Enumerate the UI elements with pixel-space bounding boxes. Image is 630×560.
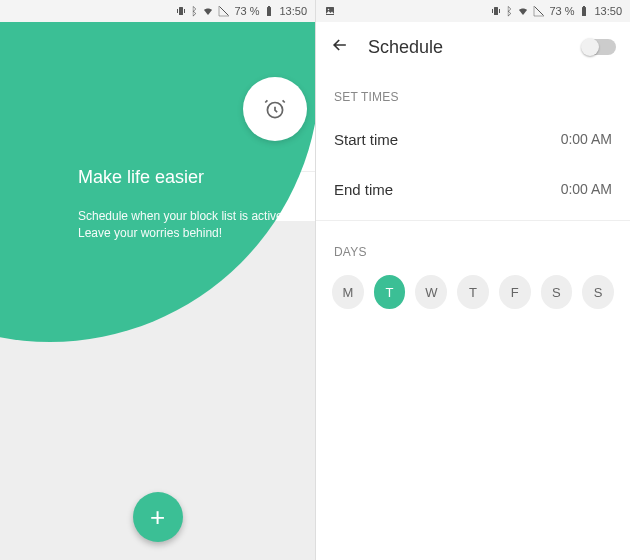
- svg-rect-15: [499, 9, 500, 13]
- day-tue[interactable]: T: [374, 275, 406, 309]
- back-button[interactable]: [330, 35, 350, 59]
- image-icon: [324, 5, 336, 17]
- start-time-row[interactable]: Start time 0:00 AM: [316, 114, 630, 164]
- plus-icon: +: [150, 502, 165, 533]
- page-title: Schedule: [368, 37, 443, 58]
- end-time-row[interactable]: End time 0:00 AM: [316, 164, 630, 214]
- add-button[interactable]: +: [133, 492, 183, 542]
- svg-rect-18: [583, 6, 585, 7]
- vibrate-icon: [175, 5, 187, 17]
- no-signal-icon: [218, 5, 230, 17]
- arrow-left-icon: [330, 35, 350, 55]
- wifi-icon: [202, 5, 214, 17]
- bt-icon: ᛒ: [191, 5, 198, 17]
- bt-icon: ᛒ: [506, 5, 513, 17]
- day-wed[interactable]: W: [415, 275, 447, 309]
- clock-text: 13:50: [279, 5, 307, 17]
- alarm-icon: [262, 96, 288, 122]
- statusbar-right: ᛒ 73 % 13:50: [316, 0, 630, 22]
- svg-rect-14: [492, 9, 493, 13]
- days-row: M T W T F S S: [316, 269, 630, 315]
- section-days: DAYS: [316, 227, 630, 269]
- clock-text: 13:50: [594, 5, 622, 17]
- svg-rect-1: [177, 9, 178, 13]
- onboarding-text: Make life easier Schedule when your bloc…: [78, 167, 308, 243]
- start-time-label: Start time: [334, 131, 398, 148]
- svg-line-3: [220, 7, 228, 15]
- svg-rect-5: [268, 6, 270, 7]
- svg-rect-2: [184, 9, 185, 13]
- onboarding-body: Schedule when your block list is active.…: [78, 208, 308, 243]
- svg-rect-4: [267, 7, 271, 16]
- wifi-icon: [517, 5, 529, 17]
- statusbar-left: ᛒ 73 % 13:50: [0, 0, 315, 22]
- battery-pct: 73 %: [234, 5, 259, 17]
- svg-rect-17: [582, 7, 586, 16]
- svg-rect-0: [179, 7, 183, 15]
- day-fri[interactable]: F: [499, 275, 531, 309]
- day-sat[interactable]: S: [541, 275, 573, 309]
- start-time-value: 0:00 AM: [561, 131, 612, 147]
- vibrate-icon: [490, 5, 502, 17]
- day-sun[interactable]: S: [582, 275, 614, 309]
- end-time-value: 0:00 AM: [561, 181, 612, 197]
- battery-icon: [578, 5, 590, 17]
- toolbar: Schedule: [316, 22, 630, 72]
- clock-badge: [243, 77, 307, 141]
- day-mon[interactable]: M: [332, 275, 364, 309]
- onboarding-heading: Make life easier: [78, 167, 308, 188]
- svg-line-16: [535, 7, 543, 15]
- svg-rect-13: [494, 7, 498, 15]
- svg-point-12: [328, 9, 330, 11]
- day-thu[interactable]: T: [457, 275, 489, 309]
- end-time-label: End time: [334, 181, 393, 198]
- schedule-toggle[interactable]: [582, 39, 616, 55]
- no-signal-icon: [533, 5, 545, 17]
- section-set-times: SET TIMES: [316, 72, 630, 114]
- divider: [316, 220, 630, 221]
- battery-pct: 73 %: [549, 5, 574, 17]
- battery-icon: [263, 5, 275, 17]
